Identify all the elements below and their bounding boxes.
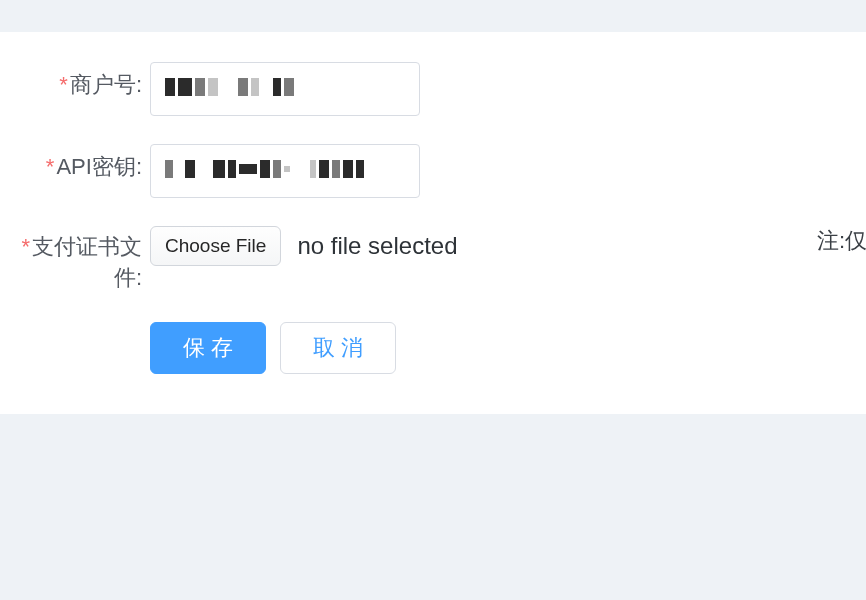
merchant-id-input[interactable] (150, 62, 420, 116)
choose-file-button[interactable]: Choose File (150, 226, 281, 266)
cancel-button[interactable]: 取消 (280, 322, 396, 374)
form-row-merchant-id: *商户号: (0, 62, 866, 116)
required-star-icon: * (21, 234, 30, 259)
api-key-input[interactable] (150, 144, 420, 198)
label-api-key: *API密钥: (0, 144, 150, 183)
form-row-api-key: *API密钥: (0, 144, 866, 198)
no-file-selected-text: no file selected (297, 232, 457, 260)
control-merchant-id (150, 62, 420, 116)
label-cert-file: *支付证书文件: (0, 226, 150, 294)
action-buttons: 保存 取消 (150, 322, 396, 374)
control-cert-file: Choose File no file selected (150, 226, 458, 266)
form-row-cert-file: *支付证书文件: Choose File no file selected 注:… (0, 226, 866, 294)
cert-file-note: 注:仅 (817, 226, 866, 256)
form-action-row: 保存 取消 (0, 322, 866, 374)
label-merchant-id: *商户号: (0, 62, 150, 101)
label-text-cert-file: 支付证书文件: (32, 234, 142, 290)
control-api-key (150, 144, 420, 198)
required-star-icon: * (59, 72, 68, 97)
redacted-content (165, 160, 364, 178)
settings-form-panel: *商户号: *API密钥: (0, 32, 866, 414)
label-text-api-key: API密钥: (56, 154, 142, 179)
label-text-merchant-id: 商户号: (70, 72, 142, 97)
required-star-icon: * (46, 154, 55, 179)
redacted-content (165, 78, 294, 96)
save-button[interactable]: 保存 (150, 322, 266, 374)
